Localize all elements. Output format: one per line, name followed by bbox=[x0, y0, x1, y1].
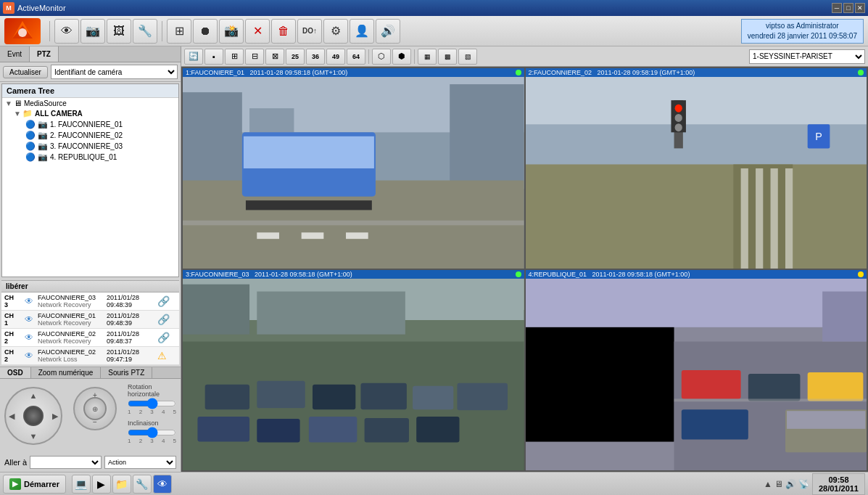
event-eye-1: 👁 bbox=[25, 296, 38, 306]
ptz-center[interactable] bbox=[23, 406, 44, 426]
vt-layout25[interactable]: 25 bbox=[286, 49, 305, 65]
taskbar-icon-5[interactable]: 👁 bbox=[153, 475, 172, 494]
stop-button[interactable]: ✕ bbox=[245, 19, 270, 44]
media-source-label: MediaSource bbox=[24, 99, 67, 107]
ptz-zoom: + − ⊕ bbox=[70, 387, 120, 445]
vt-4x4[interactable]: ⊠ bbox=[265, 49, 284, 65]
taskbar-icon-1[interactable]: 💻 bbox=[72, 475, 91, 494]
snapshot-button[interactable]: 📸 bbox=[219, 19, 244, 44]
tray-icon-1[interactable]: 🖥 bbox=[774, 479, 783, 489]
camera-cell-3[interactable]: 3:FAUCONNIERE_03 2011-01-28 09:58:18 (GM… bbox=[183, 270, 524, 470]
audio-button[interactable]: 🔊 bbox=[376, 19, 400, 44]
vt-wide[interactable]: ⬡ bbox=[372, 49, 391, 65]
cam4-svg bbox=[526, 270, 867, 470]
event-row-1[interactable]: CH3 👁 FAUCONNIERE_03Network Recovery 201… bbox=[1, 292, 179, 311]
tree-item-cam4[interactable]: 🔵 📷 4. REPUBLIQUE_01 bbox=[2, 152, 178, 163]
title-bar: M ActiveMonitor ─ □ ✕ bbox=[0, 0, 868, 16]
ptz-joystick[interactable]: ▲ ▼ ◀ ▶ bbox=[4, 387, 62, 445]
goto-select[interactable] bbox=[30, 456, 102, 469]
svg-rect-20 bbox=[740, 168, 748, 269]
camera-cell-1[interactable]: 1:FAUCONIERE_01 2011-01-28 09:58:18 (GMT… bbox=[183, 68, 524, 269]
osd-tab-row: OSD Zoom numérique Souris PTZ bbox=[0, 367, 181, 379]
vt-custom[interactable]: ⬢ bbox=[392, 49, 411, 65]
tab-ptz[interactable]: PTZ bbox=[30, 46, 59, 62]
cam2-header: 2:FAUCONNIERE_02 2011-01-28 09:58:19 (GM… bbox=[526, 68, 867, 77]
svg-rect-22 bbox=[770, 168, 777, 269]
camera-cell-2[interactable]: P 2:FAUCONNIERE_02 2011-01-28 09:58:19 (… bbox=[526, 68, 867, 269]
person-button[interactable]: 👤 bbox=[350, 19, 374, 44]
tray-icon-2[interactable]: 🔊 bbox=[785, 479, 796, 489]
statusbar: ▶ Démarrer 💻 ▶ 📁 🔧 👁 ▲ 🖥 🔊 📡 09:58 28/01… bbox=[0, 472, 868, 495]
tree-item-cam1[interactable]: 🔵 📷 1. FAUCONNIERE_01 bbox=[2, 119, 178, 130]
rotation-slider[interactable] bbox=[128, 401, 176, 406]
inclinaison-nums: 12345 bbox=[128, 438, 176, 444]
camera-button[interactable]: 📷 bbox=[80, 19, 105, 44]
start-label: Démarrer bbox=[24, 480, 59, 488]
tray-icon-3[interactable]: 📡 bbox=[798, 479, 809, 489]
event-row-2[interactable]: CH1 👁 FAUCONNIERE_01Network Recovery 201… bbox=[1, 311, 179, 329]
expand-icon[interactable]: ▼ bbox=[5, 99, 12, 107]
zoom-in[interactable]: + bbox=[93, 391, 97, 399]
taskbar-icon-4[interactable]: 🔧 bbox=[133, 475, 152, 494]
do-button[interactable]: DO↑ bbox=[297, 19, 322, 44]
svg-rect-10 bbox=[244, 136, 374, 168]
logo bbox=[4, 18, 41, 44]
expand-icon-all[interactable]: ▼ bbox=[14, 110, 21, 118]
maximize-button[interactable]: □ bbox=[843, 3, 853, 13]
vt-3x3[interactable]: ⊟ bbox=[245, 49, 264, 65]
taskbar-icon-3[interactable]: 📁 bbox=[112, 475, 131, 494]
event-row-3[interactable]: CH2 👁 FAUCONNIERE_02Network Recovery 201… bbox=[1, 329, 179, 347]
cam3-title: 3:FAUCONNIERE_03 2011-01-28 09:58:18 (GM… bbox=[186, 271, 352, 278]
cam4-icons bbox=[858, 271, 864, 277]
tree-item-media[interactable]: ▼ 🖥 MediaSource bbox=[2, 98, 178, 108]
vt-grid2[interactable]: ▩ bbox=[438, 49, 457, 65]
photo-button[interactable]: 🖼 bbox=[107, 19, 131, 44]
camera3-cam-icon: 📷 bbox=[38, 142, 48, 151]
media-source-icon: 🖥 bbox=[14, 99, 22, 107]
svg-rect-23 bbox=[785, 168, 792, 269]
action-select[interactable]: Action bbox=[104, 456, 176, 469]
zoom-out[interactable]: − bbox=[93, 418, 97, 426]
camera-select[interactable]: Identifiant de caméra bbox=[51, 65, 178, 79]
config-button[interactable]: ⚙ bbox=[323, 19, 348, 44]
camera-cell-4[interactable]: 4:REPUBLIQUE_01 2011-01-28 09:58:18 (GMT… bbox=[526, 270, 867, 470]
inclinaison-slider-row: Inclinaison 12345 bbox=[128, 420, 176, 444]
minimize-button[interactable]: ─ bbox=[832, 3, 842, 13]
inclinaison-slider[interactable] bbox=[128, 430, 176, 435]
preset-dropdown[interactable]: 1-SEYSSINET-PARISET bbox=[749, 49, 865, 64]
tree-item-cam3[interactable]: 🔵 📷 3. FAUCONNIERE_03 bbox=[2, 141, 178, 152]
vt-layout36[interactable]: 36 bbox=[306, 49, 325, 65]
ptz-right[interactable]: ▶ bbox=[52, 412, 58, 421]
ptz-left[interactable]: ◀ bbox=[9, 412, 15, 421]
vt-grid3[interactable]: ▧ bbox=[458, 49, 477, 65]
taskbar-icon-2[interactable]: ▶ bbox=[92, 475, 111, 494]
vt-layout49[interactable]: 49 bbox=[326, 49, 345, 65]
tree-item-all[interactable]: ▼ 📁 ALL CAMERA bbox=[2, 108, 178, 119]
vt-2x2[interactable]: ⊞ bbox=[225, 49, 244, 65]
osd-tab-zoom[interactable]: Zoom numérique bbox=[31, 367, 102, 378]
osd-tab-osd[interactable]: OSD bbox=[0, 367, 31, 378]
vt-refresh[interactable]: 🔄 bbox=[184, 49, 203, 65]
ptz-up[interactable]: ▲ bbox=[30, 391, 38, 400]
window-controls[interactable]: ─ □ ✕ bbox=[832, 3, 865, 13]
camera2-icon: 🔵 bbox=[25, 131, 36, 140]
record-button[interactable]: ⏺ bbox=[193, 19, 218, 44]
refresh-button[interactable]: Actualiser bbox=[3, 66, 48, 78]
tree-item-cam2[interactable]: 🔵 📷 2. FAUCONNIERE_02 bbox=[2, 130, 178, 141]
close-button[interactable]: ✕ bbox=[855, 3, 865, 13]
delete-button[interactable]: 🗑 bbox=[271, 19, 296, 44]
tab-event[interactable]: Evnt bbox=[0, 46, 30, 62]
grid-button[interactable]: ⊞ bbox=[167, 19, 191, 44]
osd-tab-ptz[interactable]: Souris PTZ bbox=[101, 367, 152, 378]
event-row-4[interactable]: CH2 👁 FAUCONNIERE_02Network Loss 2011/01… bbox=[1, 347, 179, 365]
toolbar-separator-1 bbox=[49, 21, 50, 41]
camera1-label: 1. FAUCONNIERE_01 bbox=[50, 120, 123, 128]
vt-1x1[interactable]: ▪ bbox=[204, 49, 223, 65]
settings-button[interactable]: 🔧 bbox=[133, 19, 157, 44]
vt-layout64[interactable]: 64 bbox=[347, 49, 365, 65]
view-button[interactable]: 👁 bbox=[54, 19, 79, 44]
ptz-down[interactable]: ▼ bbox=[30, 432, 38, 441]
start-button[interactable]: ▶ Démarrer bbox=[3, 475, 66, 494]
svg-rect-54 bbox=[681, 409, 748, 439]
vt-grid1[interactable]: ▦ bbox=[418, 49, 437, 65]
